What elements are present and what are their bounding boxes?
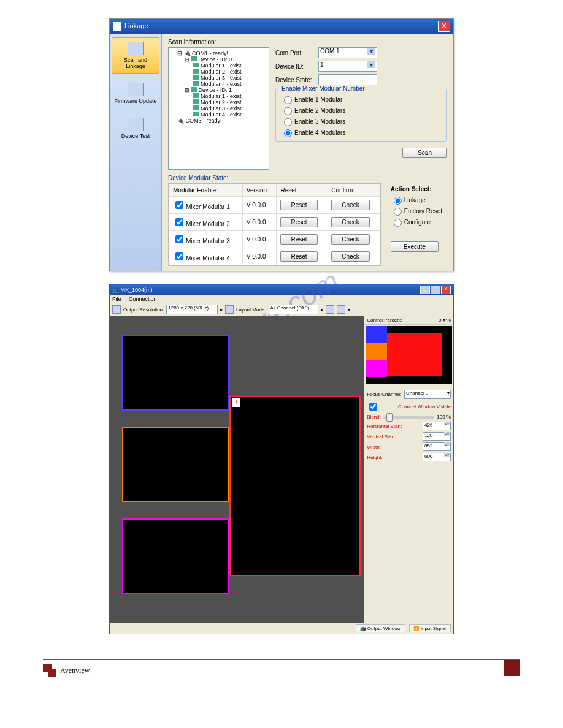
tool-icon[interactable] (112, 305, 121, 314)
action-select-panel: Action Select: Linkage Factory Reset Con… (386, 183, 447, 266)
sidebar-firmware-update[interactable]: Firmware Update (112, 78, 159, 108)
visible-checkbox[interactable] (369, 403, 377, 411)
table-row: Mixer Modular 3 V 0.0.0 Reset Check (169, 231, 380, 248)
maximize-button[interactable]: □ (431, 286, 440, 294)
preview-label: Control Percent: (367, 317, 402, 323)
blend-label: Blend: (367, 414, 381, 420)
table-row: Mixer Modular 4 V 0.0.0 Reset Check (169, 248, 380, 265)
page-footer: Avenview (43, 659, 520, 677)
check-4-button[interactable]: Check (331, 251, 369, 262)
minimize-button[interactable]: _ (420, 286, 430, 294)
height-spinner[interactable]: 600 (423, 453, 451, 461)
firmware-icon (128, 83, 144, 96)
output-res-select[interactable]: 1280 x 720 (60Hz) (166, 305, 218, 314)
reset-1-button[interactable]: Reset (280, 200, 317, 210)
factory-reset-radio[interactable] (394, 208, 402, 216)
reset-4-button[interactable]: Reset (280, 251, 317, 262)
layout-canvas[interactable]: 1 (110, 316, 364, 623)
device-tree[interactable]: ⊟ 🔌 COM1 - ready! ⊟ Device - ID: 0 Modul… (168, 47, 269, 170)
action-select-header: Action Select: (391, 186, 442, 192)
table-row: Mixer Modular 1 V 0.0.0 Reset Check (169, 197, 380, 214)
menu-connection[interactable]: Connection (129, 296, 157, 302)
output-res-label: Output Resolution: (123, 307, 164, 313)
preview-tile (387, 333, 442, 376)
scan-button[interactable]: Scan (402, 148, 447, 158)
test-icon (128, 118, 144, 131)
com-port-label: Com Port (275, 50, 318, 56)
enable-1-radio[interactable] (284, 96, 292, 104)
close-button[interactable]: X (441, 286, 451, 294)
titlebar: Linkage X (110, 19, 453, 34)
sidebar-device-test[interactable]: Device Test (112, 113, 159, 143)
enable-2-radio[interactable] (284, 107, 292, 115)
height-label: Height: (367, 455, 382, 460)
device-state-field[interactable] (318, 74, 377, 85)
sidebar: Scan and Linkage Firmware Update Device … (110, 34, 162, 271)
execute-button[interactable]: Execute (391, 241, 439, 252)
reset-3-button[interactable]: Reset (280, 234, 317, 245)
channel-window-1[interactable] (122, 335, 229, 411)
device-state-label: Device State: (275, 77, 318, 83)
col-confirm: Confirm: (327, 184, 380, 197)
app-icon (113, 22, 121, 31)
menu-file[interactable]: File (112, 296, 121, 302)
enable-4-radio[interactable] (284, 129, 292, 137)
modular-state-label: Device Modular State: (168, 175, 447, 181)
tool-icon[interactable] (225, 305, 234, 314)
input-signal-tab[interactable]: 📶 Input Signal (409, 624, 451, 632)
hstart-spinner[interactable]: 426 (423, 422, 451, 430)
properties-panel: Control Percent:9 ▾ % Focus Channel:Chan… (364, 316, 453, 623)
visible-label: Channel Window Visible (398, 404, 451, 409)
hstart-label: Horizontal Start: (367, 423, 402, 429)
scan-info-label: Scan Information: (168, 39, 447, 45)
preview-tile (366, 343, 387, 360)
scan-icon (128, 42, 144, 55)
reset-2-button[interactable]: Reset (280, 217, 317, 227)
check-3-button[interactable]: Check (331, 234, 369, 245)
output-window-tab[interactable]: 📺 Output Window (356, 624, 405, 632)
enable-3-radio[interactable] (284, 118, 292, 126)
configure-radio[interactable] (394, 219, 402, 227)
linkage-dialog: Linkage X Scan and Linkage Firmware Upda… (109, 18, 454, 271)
layout-mode-select[interactable]: All Channel (PAP) (269, 305, 319, 314)
col-enable: Modular Enable: (169, 184, 243, 197)
modular-1-checkbox[interactable] (175, 201, 183, 209)
focus-channel-label: Focus Channel: (367, 392, 401, 397)
linkage-radio[interactable] (394, 197, 402, 205)
page-indicator (504, 660, 520, 676)
sidebar-scan-linkage[interactable]: Scan and Linkage (112, 37, 159, 74)
tool-icon[interactable] (326, 305, 334, 314)
modular-2-checkbox[interactable] (175, 218, 183, 226)
toolbar: Output Resolution: 1280 x 720 (60Hz) ▸ L… (110, 303, 453, 316)
check-2-button[interactable]: Check (331, 217, 369, 227)
tool-icon[interactable] (337, 305, 345, 314)
window-handle[interactable]: 1 (232, 398, 240, 407)
blend-slider[interactable] (383, 416, 434, 419)
device-id-select[interactable]: 1 (318, 61, 377, 72)
device-id-label: Device ID: (275, 63, 318, 70)
layout-mode-label: Layout Mode: (236, 307, 266, 313)
brand-name: Avenview (60, 666, 90, 675)
com-port-select[interactable]: COM 1 (318, 47, 377, 58)
channel-window-4[interactable]: 1 (229, 396, 361, 576)
focus-channel-select[interactable]: Channel 1 (404, 390, 451, 399)
modular-4-checkbox[interactable] (175, 252, 183, 260)
channel-window-3[interactable] (122, 518, 229, 594)
mx-title: MX_1004(m) (121, 287, 153, 293)
width-spinner[interactable]: 852 (423, 442, 451, 451)
vstart-spinner[interactable]: 120 (423, 432, 451, 441)
preview-tile (366, 326, 387, 343)
blend-value: 100 % (437, 414, 451, 420)
logo-square (48, 669, 56, 677)
col-reset: Reset: (277, 184, 327, 197)
preview-box (366, 326, 452, 384)
statusbar: 📺 Output Window 📶 Input Signal (110, 623, 453, 634)
close-button[interactable]: X (438, 21, 450, 32)
preview-tile (366, 360, 387, 377)
check-1-button[interactable]: Check (331, 200, 369, 210)
mx-titlebar: 📺 MX_1004(m) _□X (110, 284, 453, 295)
modular-3-checkbox[interactable] (175, 235, 183, 243)
menubar: File Connection (110, 295, 453, 303)
channel-window-2[interactable] (122, 427, 229, 502)
vstart-label: Vertical Start: (367, 434, 396, 439)
